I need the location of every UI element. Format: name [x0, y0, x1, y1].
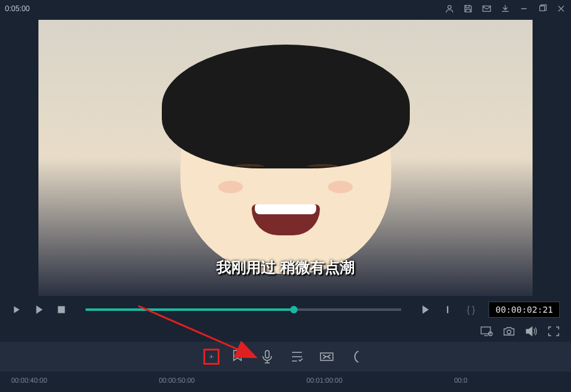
- video-preview[interactable]: 我刚用过 稍微有点潮: [38, 20, 533, 296]
- fullscreen-icon[interactable]: [547, 326, 560, 337]
- camera-icon[interactable]: [503, 326, 515, 337]
- video-frame: 我刚用过 稍微有点潮: [38, 20, 533, 296]
- timeline-mark: 00:0: [454, 377, 467, 384]
- svg-rect-4: [447, 306, 448, 313]
- timeline-mark: 00:00:40:00: [11, 377, 47, 384]
- timeline-mark: 00:01:00:00: [306, 377, 342, 384]
- progress-bar[interactable]: [86, 308, 401, 311]
- svg-point-0: [448, 6, 451, 9]
- display-settings-icon[interactable]: [480, 326, 493, 337]
- svg-rect-9: [265, 351, 269, 358]
- player-controls: { } 00:00:02:21: [0, 296, 571, 323]
- close-icon[interactable]: [556, 4, 566, 14]
- play-icon[interactable]: [33, 304, 45, 315]
- titlebar-actions: [445, 4, 566, 14]
- timeline-toolbar: [0, 342, 571, 372]
- mail-icon[interactable]: [482, 4, 492, 14]
- step-back-icon[interactable]: [11, 304, 22, 315]
- svg-rect-1: [483, 6, 490, 12]
- microphone-icon[interactable]: [259, 349, 275, 365]
- minimize-icon[interactable]: [519, 4, 529, 14]
- braces-label[interactable]: { }: [467, 305, 475, 315]
- play-end-icon[interactable]: [420, 304, 431, 315]
- crop-icon[interactable]: [319, 349, 335, 365]
- moon-icon[interactable]: [348, 349, 365, 365]
- step-forward-icon[interactable]: [442, 304, 453, 315]
- user-icon[interactable]: [445, 4, 454, 14]
- render-preview-button[interactable]: [203, 349, 219, 365]
- svg-rect-3: [58, 306, 64, 313]
- svg-point-7: [507, 330, 511, 334]
- audio-mixer-icon[interactable]: [289, 349, 305, 365]
- titlebar: 0:05:00: [0, 0, 571, 17]
- progress-handle[interactable]: [290, 306, 298, 313]
- subtitle-text: 我刚用过 稍微有点潮: [216, 258, 355, 277]
- stop-icon[interactable]: [56, 304, 67, 315]
- maximize-icon[interactable]: [538, 4, 547, 14]
- download-icon[interactable]: [500, 4, 510, 14]
- save-icon[interactable]: [463, 4, 473, 14]
- titlebar-time: 0:05:00: [5, 4, 30, 13]
- timecode-display: 00:00:02:21: [489, 302, 560, 318]
- timeline-mark: 00:00:50:00: [159, 377, 195, 384]
- progress-fill: [86, 308, 294, 311]
- volume-icon[interactable]: [525, 326, 538, 337]
- marker-icon[interactable]: [229, 349, 246, 365]
- svg-rect-2: [540, 6, 545, 11]
- secondary-controls: [0, 323, 571, 342]
- timeline-ruler[interactable]: 00:00:40:00 00:00:50:00 00:01:00:00 00:0: [0, 372, 571, 389]
